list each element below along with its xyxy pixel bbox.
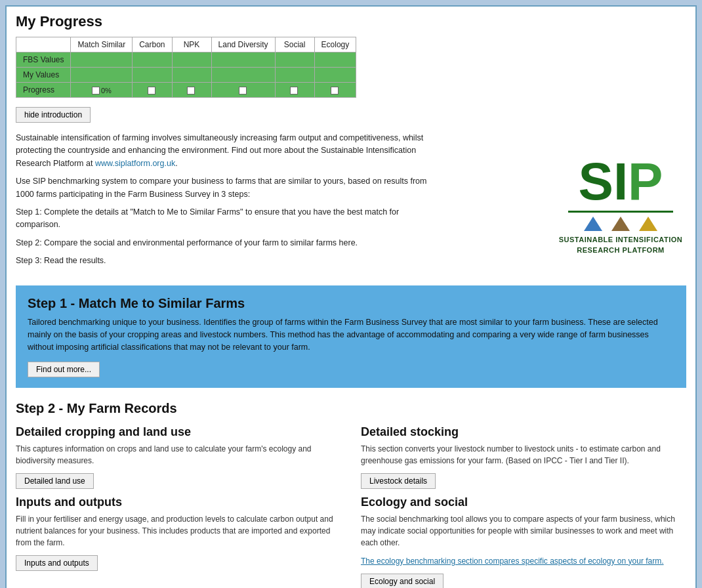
progress-header: Carbon xyxy=(133,37,172,52)
progress-row: FBS Values xyxy=(16,52,356,68)
section-heading: Inputs and outputs xyxy=(16,495,341,509)
step2-grid: Detailed cropping and land useThis captu… xyxy=(16,425,686,588)
intro-section: Sustainable intensification of farming i… xyxy=(16,132,686,272)
progress-percent: 0% xyxy=(101,87,112,94)
step2-section-stocking: Detailed stockingThis section converts y… xyxy=(361,425,686,489)
progress-cell xyxy=(172,52,211,68)
progress-row-label: Progress xyxy=(16,83,71,98)
progress-cell xyxy=(314,68,356,83)
progress-checkbox[interactable] xyxy=(331,87,339,94)
find-out-more-button[interactable]: Find out more... xyxy=(28,362,100,377)
sip-underline xyxy=(568,211,673,213)
progress-table: Match SimilarCarbonNPKLand DiversitySoci… xyxy=(16,37,356,98)
triangle-blue xyxy=(584,217,602,231)
ecology-link[interactable]: The ecology benchmarking section compare… xyxy=(361,556,664,566)
progress-header: NPK xyxy=(172,37,211,52)
section-description: This captures information on crops and l… xyxy=(16,443,341,467)
progress-cell xyxy=(133,52,172,68)
progress-cell xyxy=(275,52,314,68)
sip-s: S xyxy=(579,156,613,208)
intro-p2: Use SIP benchmarking system to compare y… xyxy=(16,175,432,201)
section-button-cropping[interactable]: Detailed land use xyxy=(16,473,94,489)
triangle-gold xyxy=(639,217,657,231)
hide-intro-button[interactable]: hide introduction xyxy=(16,107,91,123)
step2-title: Step 2 - My Farm Records xyxy=(16,401,686,416)
progress-row: My Values xyxy=(16,68,356,83)
progress-checkbox[interactable] xyxy=(239,87,247,94)
section-button-inputs[interactable]: Inputs and outputs xyxy=(16,555,98,571)
step1-title: Step 1 - Match Me to Similar Farms xyxy=(28,296,674,311)
progress-cell xyxy=(172,68,211,83)
intro-text: Sustainable intensification of farming i… xyxy=(16,132,432,272)
section-description-1: The social benchmarking tool allows you … xyxy=(361,513,686,549)
progress-cell xyxy=(211,68,275,83)
section-description: This section converts your livestock num… xyxy=(361,443,686,467)
progress-row: Progress0% xyxy=(16,83,356,98)
sip-p: P xyxy=(628,156,663,208)
step1-box: Step 1 - Match Me to Similar Farms Tailo… xyxy=(16,285,686,387)
main-container: My Progress Match SimilarCarbonNPKLand D… xyxy=(5,5,697,588)
progress-cell: 0% xyxy=(71,83,133,98)
progress-checkbox[interactable] xyxy=(92,87,100,94)
progress-row-label: FBS Values xyxy=(16,52,71,68)
step1-description: Tailored benchmarking unique to your bus… xyxy=(28,316,674,353)
section-button-ecology[interactable]: Ecology and social xyxy=(361,574,444,588)
section-description: Fill in your fertiliser and energy usage… xyxy=(16,513,341,549)
progress-header: Social xyxy=(275,37,314,52)
progress-cell xyxy=(275,83,314,98)
page-title: My Progress xyxy=(16,13,686,30)
progress-cell xyxy=(133,68,172,83)
intro-p1: Sustainable intensification of farming i… xyxy=(16,132,432,170)
progress-cell xyxy=(71,52,133,68)
sip-link[interactable]: www.siplatform.org.uk xyxy=(95,159,175,168)
triangle-brown xyxy=(611,217,630,231)
progress-checkbox[interactable] xyxy=(187,87,195,94)
sip-i: I xyxy=(613,156,628,208)
progress-cell xyxy=(314,83,356,98)
progress-checkbox[interactable] xyxy=(290,87,298,94)
progress-header: Ecology xyxy=(314,37,356,52)
step2-section: Step 2 - My Farm Records Detailed croppi… xyxy=(16,401,686,588)
sip-name: SUSTAINABLE INTENSIFICATION RESEARCH PLA… xyxy=(559,235,682,255)
step2-section-ecology: Ecology and socialThe social benchmarkin… xyxy=(361,495,686,588)
intro-step2: Step 2: Compare the social and environme… xyxy=(16,237,432,249)
section-heading: Detailed stocking xyxy=(361,425,686,439)
section-heading: Ecology and social xyxy=(361,495,686,509)
sip-triangles xyxy=(584,217,657,231)
progress-checkbox[interactable] xyxy=(148,87,155,94)
intro-step1: Step 1: Complete the details at "Match t… xyxy=(16,206,432,232)
intro-step3: Step 3: Read the results. xyxy=(16,255,432,267)
progress-cell xyxy=(211,83,275,98)
progress-cell xyxy=(133,83,172,98)
progress-header: Land Diversity xyxy=(211,37,275,52)
sip-logo: S I P SUSTAINABLE INTENSIFICATION RESEAR… xyxy=(555,132,686,272)
step2-section-inputs: Inputs and outputsFill in your fertilise… xyxy=(16,495,341,588)
section-button-stocking[interactable]: Livestock details xyxy=(361,473,436,489)
section-description-2: The ecology benchmarking section compare… xyxy=(361,555,686,567)
progress-cell xyxy=(314,52,356,68)
sip-letters: S I P xyxy=(579,156,663,208)
step2-section-cropping: Detailed cropping and land useThis captu… xyxy=(16,425,341,489)
progress-header: Match Similar xyxy=(71,37,133,52)
progress-cell xyxy=(71,68,133,83)
section-heading: Detailed cropping and land use xyxy=(16,425,341,439)
progress-cell xyxy=(172,83,211,98)
progress-cell xyxy=(211,52,275,68)
progress-row-label: My Values xyxy=(16,68,71,83)
progress-cell xyxy=(275,68,314,83)
